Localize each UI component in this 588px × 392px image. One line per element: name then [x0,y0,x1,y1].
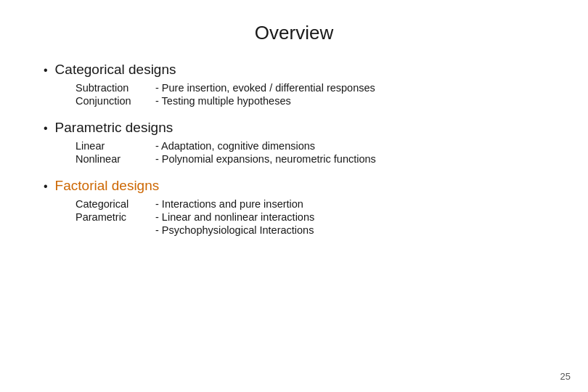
sub-items-categorical: Subtraction - Pure insertion, evoked / d… [75,82,544,107]
section-categorical: • Categorical designs Subtraction - Pure… [44,62,544,107]
bullet-factorial: • [44,180,48,193]
list-item: Parametric - Linear and nonlinear intera… [75,211,544,223]
section-parametric: • Parametric designs Linear - Adaptation… [44,120,544,165]
section-heading-row-parametric: • Parametric designs [44,120,544,136]
sub-desc-conjunction: - Testing multiple hypotheses [155,95,291,107]
list-item: - Psychophysiological Interactions [75,224,544,236]
slide-title: Overview [44,22,544,44]
sub-desc-linear: - Adaptation, cognitive dimensions [155,140,315,152]
sub-desc-factorial-categorical: - Interactions and pure insertion [155,198,303,210]
sub-desc-factorial-parametric: - Linear and nonlinear interactions [155,211,314,223]
list-item: Linear - Adaptation, cognitive dimension… [75,140,544,152]
list-item: Nonlinear - Polynomial expansions, neuro… [75,153,544,165]
list-item: Conjunction - Testing multiple hypothese… [75,95,544,107]
sub-items-parametric: Linear - Adaptation, cognitive dimension… [75,140,544,165]
section-heading-row-factorial: • Factorial designs [44,178,544,194]
sub-label-nonlinear: Nonlinear [75,153,155,165]
sub-desc-subtraction: - Pure insertion, evoked / differential … [155,82,375,94]
sub-label-conjunction: Conjunction [75,95,155,107]
section-heading-row-categorical: • Categorical designs [44,62,544,78]
section-heading-factorial: Factorial designs [55,178,160,194]
bullet-categorical: • [44,64,48,77]
sub-label-factorial-parametric: Parametric [75,211,155,223]
sub-desc-nonlinear: - Polynomial expansions, neurometric fun… [155,153,376,165]
sub-items-factorial: Categorical - Interactions and pure inse… [75,198,544,236]
list-item: Categorical - Interactions and pure inse… [75,198,544,210]
sub-label-factorial-categorical: Categorical [75,198,155,210]
section-heading-categorical: Categorical designs [55,62,176,78]
slide: Overview • Categorical designs Subtracti… [0,0,588,392]
sub-label-subtraction: Subtraction [75,82,155,94]
page-number: 25 [560,371,571,382]
list-item: Subtraction - Pure insertion, evoked / d… [75,82,544,94]
sub-desc-factorial-psycho: - Psychophysiological Interactions [155,224,314,236]
sub-label-linear: Linear [75,140,155,152]
bullet-parametric: • [44,122,48,135]
section-factorial: • Factorial designs Categorical - Intera… [44,178,544,236]
section-heading-parametric: Parametric designs [55,120,173,136]
